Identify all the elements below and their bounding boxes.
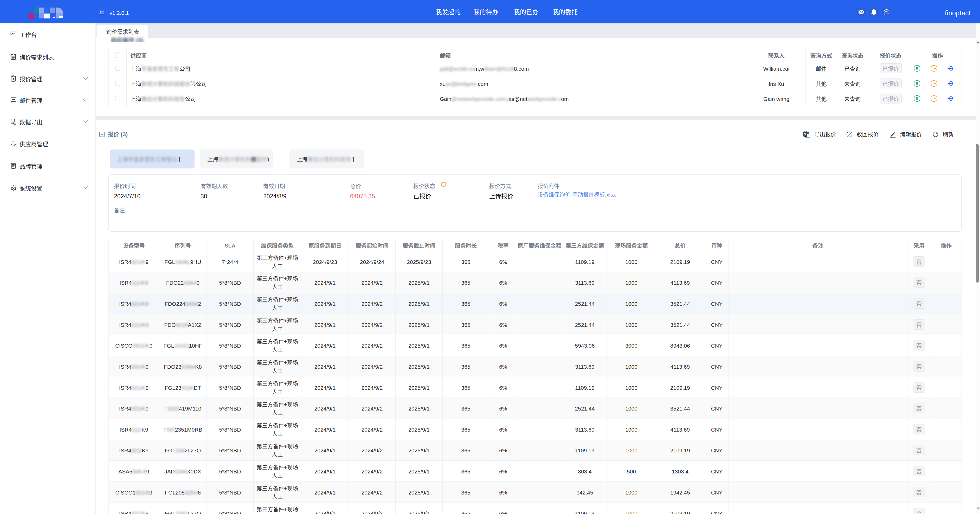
svg-text:X: X (804, 132, 806, 136)
